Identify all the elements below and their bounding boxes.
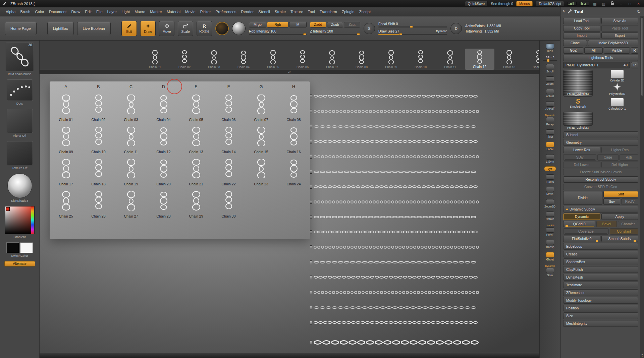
rail-actual-button[interactable]: Actual xyxy=(541,88,559,98)
simplebrush-icon[interactable]: S xyxy=(576,98,580,105)
brush-strip-item-chain-03[interactable]: Chain 03 xyxy=(199,49,229,70)
menu-zplugin[interactable]: Zplugin xyxy=(339,7,357,16)
popup-brush-chain-22[interactable]: Chain 22 xyxy=(212,155,245,187)
tool-r-button[interactable]: R xyxy=(631,62,638,68)
menu-stroke[interactable]: Stroke xyxy=(272,7,288,16)
lower-res-button[interactable]: Lower Res xyxy=(563,147,600,153)
quicksave-button[interactable]: QuickSave xyxy=(465,1,488,6)
rail-frame-button[interactable]: Frame xyxy=(541,174,559,184)
popup-brush-chain-29[interactable]: Chain 29 xyxy=(180,187,212,220)
pm3d-small-thumbnail[interactable] xyxy=(563,112,593,126)
slider-knob[interactable] xyxy=(596,240,598,242)
rotate-mode-button[interactable]: R Rotate xyxy=(197,21,212,36)
popup-brush-chain-12[interactable]: Chain 12 xyxy=(147,123,180,155)
rail-rotate-button[interactable]: Rotate xyxy=(541,211,559,221)
rail-floor-button[interactable]: Floor xyxy=(541,129,559,139)
popup-brush-chain-09[interactable]: Chain 09 xyxy=(50,123,82,155)
active-tool-thumbnail[interactable]: PM3D_Cylinder3 xyxy=(563,70,593,97)
goz-visible-button[interactable]: Visible xyxy=(604,47,630,54)
menu-light[interactable]: Light xyxy=(119,7,132,16)
rail-persp-button[interactable]: DynamicPersp xyxy=(541,113,559,126)
coverage-slider[interactable]: Coverage xyxy=(563,228,609,235)
popup-brush-chain-10[interactable]: Chain 10 xyxy=(82,123,115,155)
menu-stencil[interactable]: Stencil xyxy=(256,7,272,16)
lightbox-tools-button[interactable]: Lightbox▶Tools xyxy=(563,55,638,61)
popup-brush-chain-18[interactable]: Chain 18 xyxy=(82,155,115,187)
popup-brush-chain-27[interactable]: Chain 27 xyxy=(115,187,147,220)
texture-thumbnail[interactable] xyxy=(7,141,33,165)
slider-knob[interactable] xyxy=(410,26,413,28)
chamfer-button[interactable]: Chamfer xyxy=(618,221,638,227)
make-polymesh3d-button[interactable]: Make PolyMesh3D xyxy=(588,40,638,46)
freeze-subdivision-button[interactable]: Freeze SubDivision Levels xyxy=(563,169,638,175)
copy-tool-button[interactable]: Copy Tool xyxy=(563,25,600,32)
scale-mode-button[interactable]: Scale xyxy=(178,21,193,36)
popup-brush-chain-20[interactable]: Chain 20 xyxy=(147,155,180,187)
current-material-preview[interactable] xyxy=(232,22,246,35)
goz-all-button[interactable]: All xyxy=(584,47,603,54)
popup-brush-chain-25[interactable]: Chain 25 xyxy=(50,187,82,220)
rail-scroll-button[interactable]: Scroll xyxy=(541,64,559,73)
import-button[interactable]: Import xyxy=(563,33,600,39)
strip-scrollbar[interactable]: ▴▾ xyxy=(40,70,539,74)
imm-brush-thumbnail[interactable]: 30 xyxy=(6,43,34,71)
brush-strip-item-chain-04[interactable]: Chain 04 xyxy=(229,49,258,70)
alternate-button[interactable]: Alternate xyxy=(4,261,35,266)
lightbox-button[interactable]: LightBox xyxy=(47,22,74,35)
focal-shift-slider[interactable]: Focal Shift 0 xyxy=(378,22,447,27)
popup-brush-chain-06[interactable]: Chain 06 xyxy=(212,91,245,123)
rstr-button[interactable]: Rstr xyxy=(620,154,639,161)
slider-knob[interactable] xyxy=(357,33,360,35)
popup-brush-chain-17[interactable]: Chain 17 xyxy=(50,155,82,187)
popup-brush-chain-19[interactable]: Chain 19 xyxy=(115,155,147,187)
apply-button[interactable]: Apply xyxy=(601,214,639,220)
canvas-scrollbar-horizontal[interactable] xyxy=(40,353,539,358)
color-gradient-picker[interactable] xyxy=(5,206,35,234)
popup-brush-chain-28[interactable]: Chain 28 xyxy=(147,187,180,220)
section-position[interactable]: Position xyxy=(563,305,638,311)
export-button[interactable]: Export xyxy=(601,33,639,39)
constant-button[interactable]: Constant xyxy=(610,228,638,235)
popup-brush-chain-07[interactable]: Chain 07 xyxy=(245,91,277,123)
section-size[interactable]: Size xyxy=(563,312,638,319)
menu-file[interactable]: File xyxy=(94,7,105,16)
popup-brush-chain-11[interactable]: Chain 11 xyxy=(115,123,147,155)
paste-tool-button[interactable]: Paste Tool xyxy=(601,25,639,32)
reconstruct-subdiv-button[interactable]: Reconstruct Subdiv xyxy=(563,176,638,183)
dynamic-button[interactable]: Dynamic xyxy=(563,214,600,220)
z-intensity-slider[interactable]: Z Intensity 100 xyxy=(310,29,360,35)
material-thumbnail[interactable] xyxy=(7,173,32,198)
brush-strip-item-chain-07[interactable]: Chain 07 xyxy=(317,49,347,70)
menu-layer[interactable]: Layer xyxy=(105,7,119,16)
menus-toggle-button[interactable]: Menus xyxy=(516,1,533,6)
del-lower-button[interactable]: Del Lower xyxy=(563,162,600,168)
brush-strip-item-chain-12[interactable]: Chain 12 xyxy=(465,49,494,70)
lock-icon[interactable] xyxy=(609,0,615,7)
popup-brush-chain-03[interactable]: Chain 03 xyxy=(115,91,147,123)
suv-button[interactable]: Suv xyxy=(603,198,621,205)
dynamic-draw-size-label[interactable]: Dynamic xyxy=(436,29,447,33)
move-mode-button[interactable]: Move xyxy=(159,21,174,36)
popup-brush-chain-02[interactable]: Chain 02 xyxy=(82,91,115,123)
bevel-button[interactable]: Bevel xyxy=(596,221,617,227)
default-zscript-button[interactable]: DefaultZScript xyxy=(536,1,564,6)
rgb-button[interactable]: Rgb xyxy=(267,22,288,27)
scrollbar-arrows-icon[interactable]: ▴▾ xyxy=(640,353,644,357)
rail-spix-slider[interactable]: SPix 3 xyxy=(541,56,559,61)
maximize-button[interactable]: □ xyxy=(627,0,633,7)
rail-zoom-button[interactable]: Zoom xyxy=(541,76,559,86)
brush-strip-item-chain-08[interactable]: Chain 08 xyxy=(347,49,376,70)
section-edgeloop[interactable]: EdgeLoop xyxy=(563,243,638,250)
brush-strip-item-chain-06[interactable]: Chain 06 xyxy=(288,49,317,70)
section-tessimate[interactable]: Tessimate xyxy=(563,282,638,288)
menu-picker[interactable]: Picker xyxy=(198,7,213,16)
popup-brush-chain-14[interactable]: Chain 14 xyxy=(212,123,245,155)
popup-brush-chain-01[interactable]: Chain 01 xyxy=(50,91,82,123)
depth-indicator-icon[interactable]: D xyxy=(450,23,462,34)
clone-button[interactable]: Clone xyxy=(563,40,587,46)
menu-edit[interactable]: Edit xyxy=(83,7,94,16)
convert-bpr-button[interactable]: Convert BPR To Geo xyxy=(563,184,638,190)
doc-layout-icon[interactable]: ▦ xyxy=(592,0,598,7)
panel-collapse-icon[interactable]: ↖ xyxy=(562,9,566,14)
menu-transform[interactable]: Transform xyxy=(317,7,339,16)
